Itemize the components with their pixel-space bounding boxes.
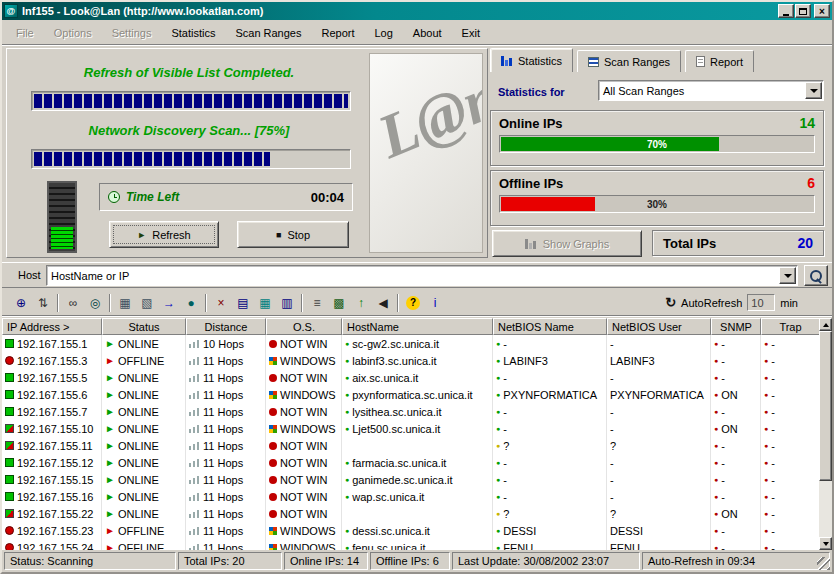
trap-dot-icon: ●	[764, 493, 768, 500]
table-row[interactable]: 192.167.155.7 ►ONLINE 11 Hops NOT WIN ●l…	[2, 403, 819, 420]
resize-grip[interactable]	[817, 557, 830, 570]
cut-icon[interactable]: ×	[210, 292, 232, 314]
scan-range-select[interactable]: All Scan Ranges	[598, 80, 824, 101]
distance-cell: 11 Hops	[203, 474, 243, 486]
menu-scan-ranges[interactable]: Scan Ranges	[225, 24, 311, 42]
spreadsheet-icon[interactable]: ▥	[276, 292, 298, 314]
netbios-name-cell: FENU	[503, 542, 533, 551]
scan-range-dropdown-button[interactable]	[805, 82, 822, 99]
upload-icon-glyph: ↑	[358, 297, 364, 309]
show-graphs-button[interactable]: Show Graphs	[492, 230, 642, 257]
export-arrow-icon[interactable]: →	[158, 292, 180, 314]
trap-cell: -	[771, 389, 775, 401]
table-row[interactable]: 192.167.155.22 ►ONLINE 11 Hops NOT WIN ●…	[2, 505, 819, 522]
close-button[interactable]: ×	[814, 4, 830, 18]
scan-ranges-icon	[588, 57, 599, 67]
column-header-netbios-name[interactable]: NetBIOS Name	[493, 318, 607, 335]
os-icon	[269, 459, 277, 467]
table-scrollbar[interactable]	[819, 318, 832, 550]
server-leds-icon	[51, 227, 73, 249]
trap-cell: -	[771, 423, 775, 435]
maximize-button[interactable]	[795, 4, 811, 18]
table-row[interactable]: 192.167.155.12 ►ONLINE 11 Hops NOT WIN ●…	[2, 454, 819, 471]
column-header-os[interactable]: O.S.	[266, 318, 342, 335]
column-header-ip[interactable]: IP Address >	[2, 318, 102, 335]
host-led-icon	[5, 492, 14, 501]
speaker-icon[interactable]: ◀	[372, 292, 394, 314]
column-header-netbios-user[interactable]: NetBIOS User	[607, 318, 711, 335]
save-export-icon-glyph: ▧	[141, 297, 152, 309]
netbios-name-cell: DESSI	[503, 525, 536, 537]
zoom-add-icon[interactable]: ⊕	[10, 292, 32, 314]
distance-chart-icon	[189, 425, 200, 433]
tab-statistics[interactable]: Statistics	[490, 48, 573, 72]
ip-cell: 192.167.155.10	[17, 423, 93, 435]
status-arrow-icon: ►	[105, 390, 115, 400]
column-header-trap[interactable]: Trap	[761, 318, 819, 335]
target-icon[interactable]: ◎	[84, 292, 106, 314]
column-header-hostname[interactable]: HostName	[342, 318, 493, 335]
clipboard-icon[interactable]: ≡	[306, 292, 328, 314]
tab-report[interactable]: Report	[685, 50, 754, 72]
table-add-icon[interactable]: ▩	[328, 292, 350, 314]
snmp-cell: -	[721, 355, 725, 367]
os-icon	[269, 493, 277, 501]
table-icon[interactable]: ▦	[254, 292, 276, 314]
table-row[interactable]: 192.167.155.16 ►ONLINE 11 Hops NOT WIN ●…	[2, 488, 819, 505]
table-row[interactable]: 192.167.155.6 ►ONLINE 11 Hops WINDOWS ●p…	[2, 386, 819, 403]
table-row[interactable]: 192.167.155.5 ►ONLINE 11 Hops NOT WIN ●a…	[2, 369, 819, 386]
snmp-cell: -	[721, 491, 725, 503]
menu-statistics[interactable]: Statistics	[161, 24, 225, 42]
info-icon[interactable]: i	[424, 292, 446, 314]
help-icon[interactable]: ?	[402, 292, 424, 314]
save-export-icon[interactable]: ▧	[136, 292, 158, 314]
trap-cell: -	[771, 491, 775, 503]
table-row[interactable]: 192.167.155.15 ►ONLINE 11 Hops NOT WIN ●…	[2, 471, 819, 488]
snmp-dot-icon: ●	[714, 527, 718, 534]
table-row[interactable]: 192.167.155.1 ►ONLINE 10 Hops NOT WIN ●s…	[2, 335, 819, 352]
host-input[interactable]: HostName or IP	[46, 265, 798, 286]
autorefresh-label: AutoRefresh	[681, 297, 742, 309]
column-header-status[interactable]: Status	[102, 318, 186, 335]
hostname-cell: fenu.sc.unica.it	[352, 542, 425, 551]
scroll-down-button[interactable]	[819, 537, 832, 550]
column-header-distance[interactable]: Distance	[186, 318, 266, 335]
tab-scan-ranges[interactable]: Scan Ranges	[577, 50, 681, 72]
menu-report[interactable]: Report	[311, 24, 364, 42]
globe-icon[interactable]: ●	[180, 292, 202, 314]
table-export-icon-glyph: ▤	[237, 297, 248, 309]
table-export-icon[interactable]: ▤	[232, 292, 254, 314]
menu-about[interactable]: About	[403, 24, 452, 42]
table-row[interactable]: 192.167.155.11 ►ONLINE 11 Hops NOT WIN ●…	[2, 437, 819, 454]
upload-icon[interactable]: ↑	[350, 292, 372, 314]
table-row[interactable]: 192.167.155.24 ►OFFLINE 11 Hops WINDOWS …	[2, 539, 819, 550]
refresh-button[interactable]: ► Refresh	[109, 221, 219, 248]
column-header-snmp[interactable]: SNMP	[711, 318, 761, 335]
table-row[interactable]: 192.167.155.3 ►OFFLINE 11 Hops WINDOWS ●…	[2, 352, 819, 369]
minimize-button[interactable]	[778, 4, 794, 18]
snmp-cell: -	[721, 406, 725, 418]
binoculars-icon[interactable]: ∞	[62, 292, 84, 314]
scroll-thumb[interactable]	[819, 331, 832, 481]
host-find-button[interactable]	[804, 265, 828, 286]
table-row[interactable]: 192.167.155.23 ►OFFLINE 11 Hops WINDOWS …	[2, 522, 819, 539]
menu-exit[interactable]: Exit	[452, 24, 490, 42]
save-icon[interactable]: ▦	[114, 292, 136, 314]
host-led-icon	[5, 339, 14, 348]
stop-button[interactable]: ■ Stop	[237, 221, 349, 248]
menu-options: Options	[44, 24, 102, 42]
hostname-dot-icon: ●	[345, 476, 349, 483]
host-dropdown-button[interactable]	[779, 267, 796, 284]
table-row[interactable]: 192.167.155.10 ►ONLINE 11 Hops WINDOWS ●…	[2, 420, 819, 437]
host-led-icon	[5, 475, 14, 484]
window-title: Inf155 - Look@Lan (http://www.lookatlan.…	[22, 5, 778, 17]
trap-cell: -	[771, 406, 775, 418]
menu-log[interactable]: Log	[365, 24, 403, 42]
netbios-user-cell: -	[610, 423, 614, 435]
scroll-up-button[interactable]	[819, 318, 832, 331]
info-icon-glyph: i	[434, 297, 437, 309]
trap-dot-icon: ●	[764, 425, 768, 432]
status-arrow-icon: ►	[105, 475, 115, 485]
autorefresh-interval-input[interactable]	[747, 294, 775, 311]
network-nodes-icon[interactable]: ⇅	[32, 292, 54, 314]
